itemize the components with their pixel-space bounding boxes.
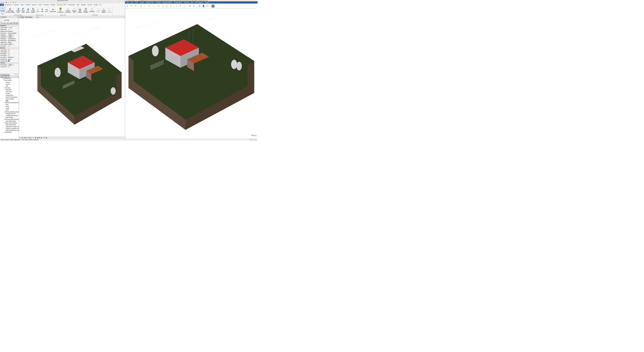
toolbar-icon[interactable]: ≡ [170,5,172,8]
ribbon-tab[interactable]: Collaborate [67,4,76,6]
subregion[interactable]: ◫Subregion [88,8,95,13]
qat-icon[interactable]: ↻ [10,2,12,3]
toolbar-icon[interactable]: R [212,5,214,8]
ribbon-tab[interactable]: Manage [80,4,87,6]
property-value[interactable]: Architectural [8,38,19,40]
viewbar-icon[interactable]: ☀ [32,137,32,138]
menu-item[interactable]: Edit [130,2,134,3]
tree-node[interactable]: North [0,105,19,107]
tree-node[interactable]: Typical Floor Wall Con [0,126,19,128]
tree-node[interactable]: Level 2 [0,83,19,85]
tree-node[interactable]: Stair Section [0,117,19,118]
tree-node[interactable]: ▪Renderings [0,131,19,133]
property-row[interactable]: Far Clip Active [0,55,19,56]
toolbar-icon[interactable]: ◔ [198,5,201,8]
roof[interactable]: ▱Roof [36,8,40,13]
menu-item[interactable]: File [126,2,130,3]
tree-node[interactable]: Level 1 [0,81,19,83]
viewbar-icon[interactable]: ▦ [24,137,26,138]
property-value[interactable]: By Discipline [8,40,19,41]
merge-surfaces[interactable]: ⬔MergeSurfaces [83,7,89,13]
ribbon-tab[interactable]: File [0,4,4,6]
qat-icon[interactable]: ⇄ [12,2,14,3]
tree-node[interactable]: Site [0,85,19,87]
ribbon-tab[interactable]: Systems [31,4,38,6]
tree-node[interactable]: Main Stair Detail [0,124,19,126]
qat-icon[interactable]: R [1,2,2,3]
property-row[interactable]: Rendering S...Edit... [0,64,19,66]
property-group-header[interactable]: Graphics [0,25,19,27]
property-value[interactable]: None [8,42,19,43]
toolbar-icon[interactable]: ≡ [126,5,129,8]
toolbar-icon[interactable]: ◇ [161,5,164,8]
tree-node[interactable]: ▫Sections (Building Section [0,111,19,113]
show-mass-by-view-settings[interactable]: ◧Show Massby View Settings [5,7,16,13]
tree-node[interactable]: Approach [0,89,19,91]
tree-node[interactable]: Building Section [0,113,19,115]
qat-icon[interactable]: 🖶 [5,2,7,3]
property-value[interactable] [8,60,19,62]
tree-node[interactable]: Typical Wall Roof Con [0,129,19,131]
site-component[interactable]: 🌳SiteComponent [57,7,64,13]
property-value[interactable]: Medium [8,31,19,32]
tree-node[interactable]: Typ. Wall Section [0,120,19,122]
ribbon-tab[interactable]: Structure [13,4,20,6]
property-row[interactable]: Crop View [0,49,19,51]
qat-icon[interactable]: ⎌ [8,2,10,3]
ribbon-tab[interactable]: View [76,4,80,6]
project-browser-tree[interactable]: ▫[□] Views (all)▫Floor PlansLevel 1Level… [0,78,19,139]
property-row[interactable]: Scope BoxNone [0,58,19,60]
toolbar-icon[interactable]: ○ [152,5,154,8]
wall[interactable]: ▮Wall [40,8,44,13]
viewbar-icon[interactable]: ◩ [39,137,40,138]
tree-node[interactable]: ▫3D Views [0,87,19,89]
ribbon-tab[interactable]: Architecture [4,4,13,6]
viewbar-icon[interactable]: ◫ [44,137,46,138]
property-value[interactable]: 1 : 100 [8,27,19,28]
toolbar-icon[interactable]: ⚙ [188,5,191,8]
viewbar-icon[interactable]: ◫ [26,137,28,138]
property-value[interactable]: None [8,58,19,60]
view-instance-select[interactable]: 3D View: {3D} [0,23,12,25]
property-row[interactable]: Crop Regio... [0,51,19,53]
property-value[interactable]: 100 [8,29,19,30]
menu-item[interactable]: Info [190,2,194,3]
inplace-mass[interactable]: ◨In-PlaceMass [16,7,21,13]
ribbon-tab[interactable]: Steel [20,4,24,6]
floor[interactable]: ▬Floor [44,8,49,13]
view-tab[interactable]: ≡ A001 - Title Sheet [19,16,33,18]
ribbon-tab[interactable]: Add-Ins [87,4,93,6]
property-value[interactable] [8,55,19,56]
property-group-header[interactable]: Camera [0,62,19,64]
property-value[interactable]: Edit... [8,44,19,45]
tree-node[interactable]: Section Perspective [0,96,19,98]
viewbar-icon[interactable]: ◐ [30,137,31,138]
property-value[interactable] [8,51,19,53]
view-tab[interactable]: ⬚ {3D} × [33,16,41,18]
property-row[interactable]: DisciplineArchitectural [0,38,19,40]
revit-3d-canvas[interactable]: RRCG 人人素材 RRCG 人人素材 RRCG 人人素材 RRCG 人人素材 … [19,18,125,137]
tree-node[interactable]: ▫[□] Views (all) [0,78,19,80]
menu-item[interactable]: View [134,2,139,3]
toolbar-icon[interactable]: ↔ [144,5,146,8]
viewbar-icon[interactable]: ◨ [37,137,38,138]
ribbon-tab[interactable]: Insert [38,4,42,6]
property-value[interactable] [8,66,19,68]
tree-node[interactable]: Solar Analysis [0,98,19,100]
tree-node[interactable]: From Yard [0,91,19,93]
property-value[interactable]: 304800.0 [8,57,19,58]
close-icon[interactable]: × [18,76,18,77]
menu-item[interactable]: Energy Analysis [162,2,173,3]
viewbar-icon[interactable]: ◪ [40,137,42,138]
tree-node[interactable]: Kitchen [0,93,19,94]
graded-region[interactable]: ◬GradedRegion [101,7,106,13]
tree-node[interactable]: ▫Elevations (Building Elevati [0,102,19,104]
tree-node[interactable]: ▫Sections (Wall Section) [0,118,19,120]
menu-item[interactable]: Collaboration [173,2,183,3]
toolbar-icon[interactable]: ↷ [134,5,137,8]
view-scale[interactable]: 1 : 100 [20,137,23,138]
property-row[interactable]: Default Anal...None [0,42,19,43]
property-value[interactable] [8,53,19,55]
property-row[interactable]: Graphic Dis...Edit... [0,36,19,38]
viewbar-icon[interactable]: ⬚ [33,137,34,138]
